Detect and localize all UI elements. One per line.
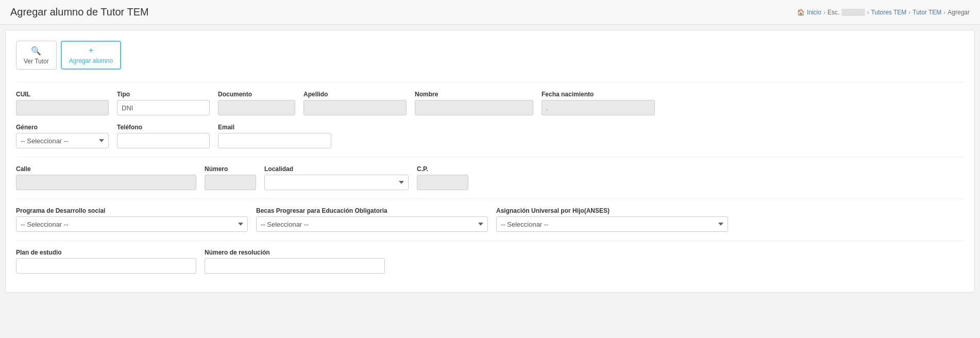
breadcrumb-sep2: › (867, 9, 869, 16)
calle-label: Calle (16, 165, 196, 173)
plan-input[interactable] (16, 258, 196, 274)
localidad-group: Localidad (264, 165, 409, 190)
programa-group: Programa de Desarrollo social -- Selecci… (16, 207, 248, 232)
home-icon: 🏠 (797, 9, 805, 16)
asignacion-group: Asignación Universal por Hijo(ANSES) -- … (496, 207, 728, 232)
becas-label: Becas Progresar para Educación Obligator… (256, 207, 488, 214)
toolbar: 🔍 Ver Tutor + Agregar alumno (16, 41, 964, 70)
becas-group: Becas Progresar para Educación Obligator… (256, 207, 488, 232)
calle-input[interactable] (16, 175, 196, 190)
numero-group: Número (205, 165, 256, 190)
breadcrumb: 🏠 Inicio › Esc. ... › Tutores TEM › Tuto… (797, 9, 970, 16)
email-input[interactable] (218, 133, 331, 148)
numero-input[interactable] (205, 175, 256, 190)
cp-group: C.P. (417, 165, 468, 190)
resolucion-label: Número de resolución (205, 249, 385, 256)
resolucion-input[interactable] (205, 258, 385, 274)
genero-group: Género -- Seleccionar -- Masculino Femen… (16, 124, 109, 148)
nombre-label: Nombre (415, 91, 533, 98)
nombre-input[interactable] (415, 100, 533, 115)
documento-group: Documento (218, 91, 295, 115)
cuil-label: CUIL (16, 91, 109, 98)
telefono-input[interactable] (117, 133, 210, 148)
plan-group: Plan de estudio (16, 249, 196, 274)
form-row-3: Calle Número Localidad C.P. (16, 165, 964, 190)
asignacion-label: Asignación Universal por Hijo(ANSES) (496, 207, 728, 214)
email-label: Email (218, 124, 331, 131)
asignacion-select[interactable]: -- Seleccionar -- (496, 216, 728, 232)
breadcrumb-sep4: › (943, 9, 945, 16)
breadcrumb-esc: Esc. ... (827, 9, 865, 16)
programa-select[interactable]: -- Seleccionar -- (16, 216, 248, 232)
resolucion-group: Número de resolución (205, 249, 385, 274)
programa-label: Programa de Desarrollo social (16, 207, 248, 214)
calle-group: Calle (16, 165, 196, 190)
numero-label: Número (205, 165, 256, 173)
divider3 (16, 198, 964, 199)
fecha-nacimiento-input[interactable] (542, 100, 655, 115)
telefono-label: Teléfono (117, 124, 210, 131)
page-title: Agregar alumno de Tutor TEM (10, 6, 149, 18)
email-group: Email (218, 124, 331, 148)
form-row-1: CUIL Tipo Documento Apellido Nombre Fech… (16, 91, 964, 115)
form-row-2: Género -- Seleccionar -- Masculino Femen… (16, 124, 964, 148)
plan-label: Plan de estudio (16, 249, 196, 256)
divider1 (16, 82, 964, 82)
breadcrumb-inicio[interactable]: Inicio (807, 9, 821, 16)
breadcrumb-tutores[interactable]: Tutores TEM (871, 9, 907, 16)
divider4 (16, 240, 964, 241)
breadcrumb-sep3: › (908, 9, 910, 16)
telefono-group: Teléfono (117, 124, 210, 148)
cuil-group: CUIL (16, 91, 109, 115)
agregar-alumno-button[interactable]: + Agregar alumno (61, 41, 121, 70)
cp-label: C.P. (417, 165, 468, 173)
apellido-label: Apellido (303, 91, 407, 98)
plus-icon: + (89, 46, 93, 55)
divider2 (16, 157, 964, 157)
search-icon: 🔍 (31, 46, 41, 56)
content-area: 🔍 Ver Tutor + Agregar alumno CUIL Tipo D… (5, 30, 975, 293)
nombre-group: Nombre (415, 91, 533, 115)
tipo-label: Tipo (117, 91, 210, 98)
documento-input[interactable] (218, 100, 295, 115)
becas-select[interactable]: -- Seleccionar -- (256, 216, 488, 232)
genero-select[interactable]: -- Seleccionar -- Masculino Femenino No … (16, 133, 109, 148)
page-header: Agregar alumno de Tutor TEM 🏠 Inicio › E… (0, 0, 980, 25)
localidad-select[interactable] (264, 175, 409, 190)
cp-input[interactable] (417, 175, 468, 190)
cuil-input[interactable] (16, 100, 109, 115)
breadcrumb-sep1: › (823, 9, 825, 16)
documento-label: Documento (218, 91, 295, 98)
form-row-5: Plan de estudio Número de resolución (16, 249, 964, 274)
form-row-4: Programa de Desarrollo social -- Selecci… (16, 207, 964, 232)
tipo-input[interactable] (117, 100, 210, 115)
apellido-group: Apellido (303, 91, 407, 115)
fecha-nacimiento-group: Fecha nacimiento (542, 91, 655, 115)
localidad-label: Localidad (264, 165, 409, 173)
breadcrumb-tutor[interactable]: Tutor TEM (913, 9, 941, 16)
tipo-group: Tipo (117, 91, 210, 115)
ver-tutor-button[interactable]: 🔍 Ver Tutor (16, 41, 57, 70)
genero-label: Género (16, 124, 109, 131)
fecha-nacimiento-label: Fecha nacimiento (542, 91, 655, 98)
breadcrumb-agregar: Agregar (948, 9, 970, 16)
apellido-input[interactable] (303, 100, 407, 115)
